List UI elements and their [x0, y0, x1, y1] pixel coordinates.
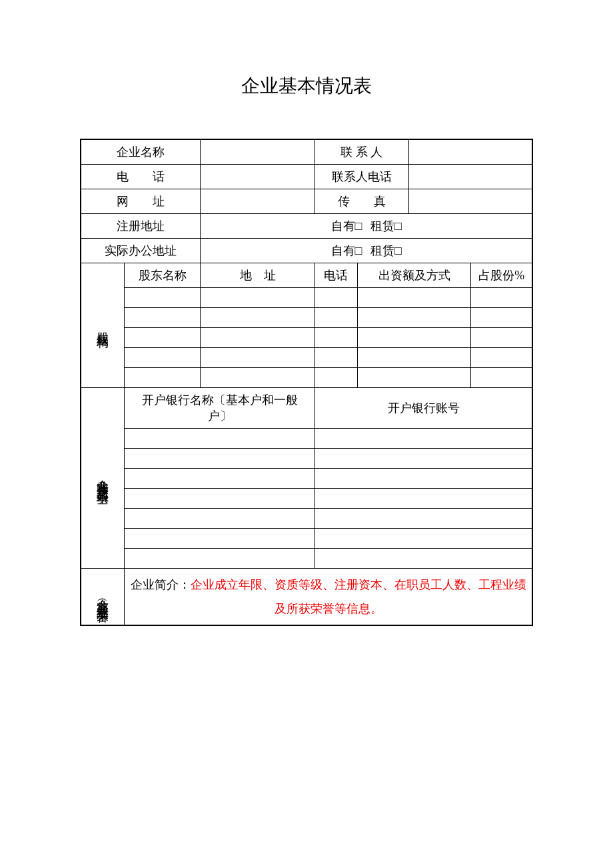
intro-content-cell[interactable]: 企业简介：企业成立年限、资质等级、注册资本、在职员工人数、工程业绩及所获荣誉等信…: [125, 569, 533, 626]
value-contact[interactable]: [408, 139, 532, 165]
bank-acct[interactable]: [315, 509, 532, 529]
company-info-form: 企业名称 联 系 人 电 话 联系人电话 网 址 传 真 注册地址 自有□ 租赁…: [80, 139, 533, 626]
value-reg-address[interactable]: 自有□ 租赁□: [201, 214, 532, 239]
sh-header-addr: 地 址: [201, 263, 315, 288]
bank-header-name: 开户银行名称〔基本户和一般户〕: [125, 388, 315, 429]
table-row: [81, 368, 532, 388]
value-contact-phone[interactable]: [408, 165, 532, 189]
value-company-name[interactable]: [201, 139, 315, 165]
label-company-name: 企业名称: [81, 139, 201, 165]
sh-addr[interactable]: [201, 328, 315, 348]
sh-header-name: 股东名称: [125, 263, 201, 288]
sh-addr[interactable]: [201, 288, 315, 308]
section-intro: 企业简介︵业绩及荣誉︶: [81, 569, 125, 626]
label-contact-phone: 联系人电话: [315, 165, 408, 189]
table-row: [81, 288, 532, 308]
bank-name[interactable]: [125, 549, 315, 569]
bank-name[interactable]: [125, 489, 315, 509]
sh-invest[interactable]: [357, 328, 471, 348]
bank-header-acct: 开户银行账号: [315, 388, 532, 429]
value-office-address[interactable]: 自有□ 租赁□: [201, 239, 532, 263]
sh-name[interactable]: [125, 328, 201, 348]
table-row: [81, 469, 532, 489]
bank-acct[interactable]: [315, 449, 532, 469]
value-phone[interactable]: [201, 165, 315, 189]
sh-name[interactable]: [125, 368, 201, 388]
sh-phone[interactable]: [315, 348, 358, 368]
sh-name[interactable]: [125, 348, 201, 368]
table-row: [81, 489, 532, 509]
sh-phone[interactable]: [315, 368, 358, 388]
label-contact: 联 系 人: [315, 139, 408, 165]
label-reg-address: 注册地址: [81, 214, 201, 239]
sh-header-phone: 电话: [315, 263, 358, 288]
table-row: [81, 529, 532, 549]
label-website: 网 址: [81, 189, 201, 214]
table-row: [81, 449, 532, 469]
value-fax[interactable]: [408, 189, 532, 214]
value-website[interactable]: [201, 189, 315, 214]
sh-name[interactable]: [125, 288, 201, 308]
sh-pct[interactable]: [471, 288, 532, 308]
sh-invest[interactable]: [357, 348, 471, 368]
bank-name[interactable]: [125, 449, 315, 469]
table-row: [81, 509, 532, 529]
sh-invest[interactable]: [357, 368, 471, 388]
sh-invest[interactable]: [357, 288, 471, 308]
sh-pct[interactable]: [471, 328, 532, 348]
office-addr-own-checkbox[interactable]: 自有□: [331, 244, 362, 257]
intro-hint-text: 企业成立年限、资质等级、注册资本、在职员工人数、工程业绩及所获荣誉等信息。: [191, 578, 526, 615]
sh-header-invest: 出资额及方式: [357, 263, 471, 288]
reg-addr-own-checkbox[interactable]: 自有□: [331, 219, 362, 233]
table-row: [81, 348, 532, 368]
intro-prefix: 企业简介：: [131, 578, 191, 591]
sh-phone[interactable]: [315, 288, 358, 308]
table-row: [81, 328, 532, 348]
bank-name[interactable]: [125, 509, 315, 529]
sh-invest[interactable]: [357, 308, 471, 328]
sh-phone[interactable]: [315, 328, 358, 348]
label-office-address: 实际办公地址: [81, 239, 201, 263]
table-row: [81, 549, 532, 569]
sh-pct[interactable]: [471, 308, 532, 328]
table-row: [81, 429, 532, 449]
bank-name[interactable]: [125, 429, 315, 449]
sh-pct[interactable]: [471, 348, 532, 368]
section-shareholders: 股权结构: [81, 263, 125, 388]
bank-name[interactable]: [125, 529, 315, 549]
section-bank: 企业账户信息︵必须填全︶: [81, 388, 125, 569]
bank-acct[interactable]: [315, 549, 532, 569]
bank-acct[interactable]: [315, 469, 532, 489]
sh-phone[interactable]: [315, 308, 358, 328]
sh-addr[interactable]: [201, 308, 315, 328]
table-row: [81, 308, 532, 328]
label-phone: 电 话: [81, 165, 201, 189]
office-addr-rent-checkbox[interactable]: 租赁□: [370, 244, 402, 257]
label-fax: 传 真: [315, 189, 408, 214]
page-title: 企业基本情况表: [0, 0, 613, 139]
bank-acct[interactable]: [315, 489, 532, 509]
sh-pct[interactable]: [471, 368, 532, 388]
reg-addr-rent-checkbox[interactable]: 租赁□: [370, 219, 402, 233]
sh-header-pct: 占股份%: [471, 263, 532, 288]
sh-addr[interactable]: [201, 368, 315, 388]
bank-name[interactable]: [125, 469, 315, 489]
sh-addr[interactable]: [201, 348, 315, 368]
sh-name[interactable]: [125, 308, 201, 328]
bank-acct[interactable]: [315, 529, 532, 549]
bank-acct[interactable]: [315, 429, 532, 449]
